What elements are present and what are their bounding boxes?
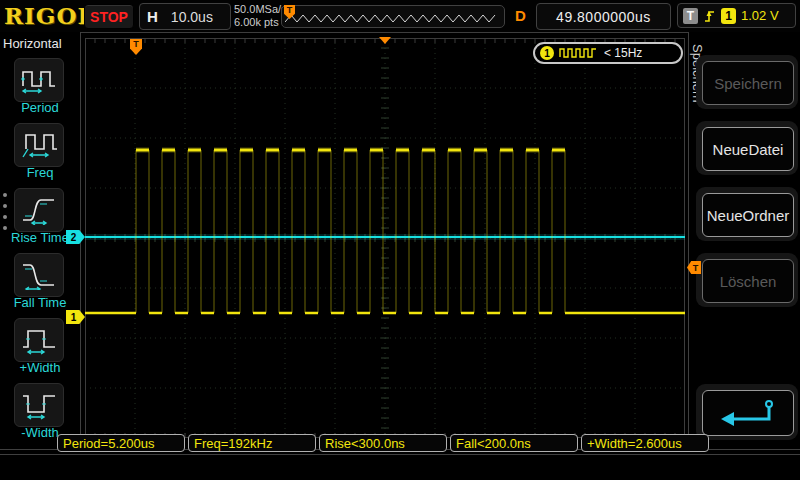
rise-time-icon (20, 195, 58, 225)
trigger-label: T (683, 8, 698, 24)
return-arrow-icon (715, 397, 781, 429)
trigger-frequency-box: 1 < 15Hz (533, 42, 683, 64)
neue-datei-button[interactable]: NeueDatei (702, 127, 794, 171)
fall-time-label: Fall Time (0, 295, 80, 310)
scroll-dot (3, 204, 7, 208)
trigger-status-box: T 1 1.02 V (677, 3, 796, 28)
acquisition-info: 50.0MSa/s 6.00k pts (234, 3, 287, 29)
horizontal-timebase-box: H 10.0us (139, 3, 231, 30)
memory-depth: 6.00k pts (234, 16, 287, 29)
trigger-delay-value: 49.8000000us (536, 3, 671, 30)
rising-edge-icon (703, 8, 716, 24)
trigger-frequency-value: < 15Hz (604, 46, 642, 60)
sample-rate: 50.0MSa/s (234, 3, 287, 16)
measurement-freq: Freq=192kHz (188, 434, 316, 452)
plus-width-icon (20, 325, 58, 355)
trigger-channel-badge: 1 (540, 46, 554, 60)
waveform-plot (85, 38, 685, 438)
rigol-logo: RIGOL (4, 2, 95, 29)
run-state-badge: STOP (84, 4, 134, 29)
menu-title: Horizontal (3, 36, 62, 51)
ch2-ground-marker[interactable]: 2 (66, 230, 85, 244)
loeschen-button[interactable]: Löschen (702, 259, 794, 303)
screen-center-marker-icon (379, 37, 391, 44)
memory-waveform-preview (281, 5, 505, 28)
speichern-button[interactable]: Speichern (702, 61, 794, 105)
neue-ordner-button[interactable]: NeueOrdner (702, 193, 794, 237)
preview-wave-icon (285, 13, 499, 25)
trigger-source-badge: 1 (721, 8, 736, 24)
freq-measure-button[interactable] (14, 123, 64, 167)
rise-time-measure-button[interactable] (14, 188, 64, 232)
trigger-level-value: 1.02 V (741, 8, 779, 23)
plus-width-label: +Width (0, 360, 80, 375)
h-label: H (147, 8, 158, 25)
ch1-ground-marker[interactable]: 1 (66, 310, 85, 324)
period-label: Period (0, 100, 80, 115)
scroll-dot (3, 226, 7, 230)
save-menu: Speichern Speichern NeueDatei NeueOrdner… (689, 32, 800, 449)
measurement-plus-width: +Width=2.600us (581, 434, 709, 452)
measurement-rise-time: Rise<300.0ns (319, 434, 447, 452)
freq-icon (20, 130, 58, 160)
period-measure-button[interactable] (14, 58, 64, 102)
measurement-period: Period=5.200us (57, 434, 185, 452)
scroll-dot (3, 193, 7, 197)
channel-status-bar: 1 1.00 V 2 2.00 V 3 (0, 454, 800, 480)
period-icon (20, 65, 58, 95)
delay-label: D (515, 7, 526, 24)
oscilloscope-screen: { "brand": "RIGOL", "top_bar": { "run_st… (0, 0, 800, 480)
minus-width-measure-button[interactable] (14, 383, 64, 427)
top-status-bar: RIGOL STOP H 10.0us 50.0MSa/s 6.00k pts … (0, 0, 800, 33)
timebase-value: 10.0us (171, 9, 213, 25)
pulse-train-icon (559, 47, 599, 59)
plus-width-measure-button[interactable] (14, 318, 64, 362)
fall-time-measure-button[interactable] (14, 253, 64, 297)
back-button[interactable] (702, 390, 794, 436)
fall-time-icon (20, 260, 58, 290)
freq-label: Freq (0, 165, 80, 180)
measurement-fall-time: Fall<200.0ns (450, 434, 578, 452)
scroll-dot (3, 215, 7, 219)
waveform-display-area (85, 38, 685, 438)
minus-width-icon (20, 390, 58, 420)
